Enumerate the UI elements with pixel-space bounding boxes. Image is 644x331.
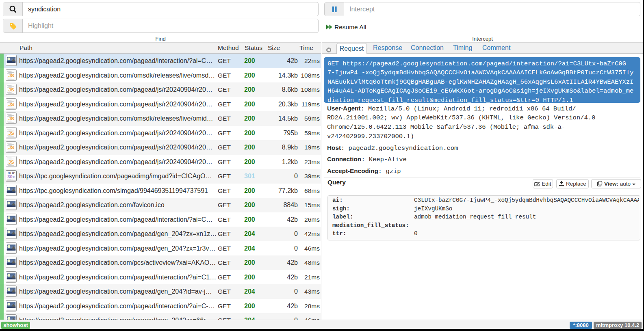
svg-text:JS: JS: [9, 102, 14, 107]
svg-text:JS: JS: [9, 131, 14, 136]
svg-text:JS: JS: [9, 116, 14, 121]
svg-text:JS: JS: [9, 73, 14, 78]
svg-text:JS: JS: [9, 87, 14, 92]
svg-text:JS: JS: [9, 145, 14, 150]
svg-text:JS: JS: [9, 160, 14, 164]
svg-text:30x: 30x: [7, 174, 15, 179]
